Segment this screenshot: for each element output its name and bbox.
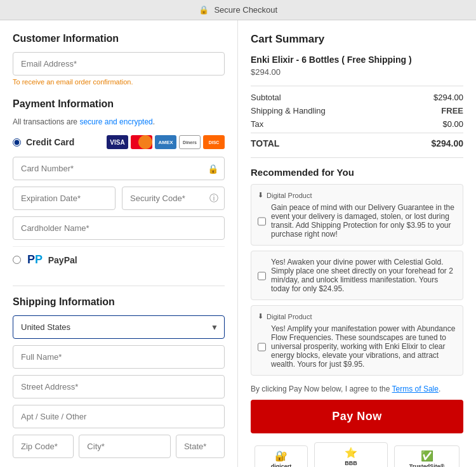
rec-item-2-checkbox[interactable] (258, 259, 266, 293)
right-column: Cart Summary Enki Elixir - 6 Bottles ( F… (238, 20, 476, 467)
rec-item-1-header: ⬇ Digital Product (258, 191, 456, 199)
total-value: $294.00 (431, 138, 463, 148)
cardholder-group (13, 216, 225, 240)
zip-group (13, 435, 74, 458)
shipping-section-title: Shipping Information (13, 296, 225, 308)
terms-link[interactable]: Terms of Sale (392, 385, 439, 393)
fullname-input[interactable] (13, 345, 225, 369)
order-summary: Subtotal $294.00 Shipping & Handling FRE… (251, 86, 463, 148)
fullname-group (13, 345, 225, 369)
amex-icon: AMEX (155, 135, 176, 149)
paypal-radio[interactable] (13, 256, 21, 264)
rec-item-2-body: Yes! Awaken your divine power with Celes… (258, 258, 456, 293)
card-details-row: ⓘ (13, 187, 225, 216)
bbb-badge: ⭐ BBB ACCREDITED BUSINESSClick for Profi… (314, 442, 388, 467)
state-group (176, 435, 225, 458)
shipping-row: Shipping & Handling FREE (251, 106, 463, 115)
apt-input[interactable] (13, 405, 225, 428)
paypal-option: PP PayPal (13, 246, 225, 273)
credit-card-radio-label[interactable]: Credit Card (13, 137, 107, 147)
paypal-label: PayPal (48, 255, 77, 265)
city-group (79, 435, 171, 458)
rec-item-3-type: Digital Product (267, 313, 312, 320)
trust-badges: 🔐 digicert Secure Checkout ⭐ BBB ACCREDI… (251, 442, 463, 467)
total-row: TOTAL $294.00 (251, 133, 463, 148)
terms-period: . (439, 385, 440, 393)
shipping-value: FREE (441, 106, 463, 115)
security-info-icon[interactable]: ⓘ (209, 193, 218, 204)
bbb-icon: ⭐ (321, 447, 381, 459)
card-lock-icon: 🔒 (208, 164, 218, 174)
payment-section: Payment Information All transactions are… (13, 98, 225, 273)
terms-prefix: By clicking Pay Now below, I agree to th… (251, 385, 390, 393)
rec-item-3-text: Yes! Amplify your manifestation power wi… (271, 324, 456, 369)
street-address-group (13, 375, 225, 398)
trustedsite-badge: ✅ TrustedSite® SECURE CHECKOUT (394, 445, 459, 468)
trustedsite-title: TrustedSite® (401, 463, 452, 468)
secure-link[interactable]: secure and encrypted (79, 117, 152, 126)
state-input[interactable] (176, 435, 225, 458)
paypal-logo: PP PayPal (27, 253, 77, 266)
email-group: To receive an email order confirmation. (13, 52, 225, 86)
tax-value: $0.00 (442, 119, 463, 129)
mastercard-icon (131, 135, 152, 149)
product-price: $294.00 (251, 67, 463, 77)
tax-label: Tax (251, 119, 263, 129)
credit-card-radio[interactable] (13, 138, 21, 147)
rec-item-3-header: ⬇ Digital Product (258, 312, 456, 320)
download-icon-3: ⬇ (258, 312, 263, 320)
rec-item-1-checkbox[interactable] (258, 204, 266, 239)
subtotal-row: Subtotal $294.00 (251, 93, 463, 102)
total-label: TOTAL (251, 138, 279, 148)
download-icon-1: ⬇ (258, 191, 263, 199)
top-bar: 🔒 Secure Checkout (0, 0, 476, 20)
rec-item-1: ⬇ Digital Product Gain peace of mind wit… (251, 184, 463, 246)
recommended-title: Recommended for You (251, 157, 463, 178)
card-number-input[interactable] (13, 157, 225, 180)
rec-item-2-text: Yes! Awaken your divine power with Celes… (271, 258, 456, 293)
cardholder-input[interactable] (13, 216, 225, 240)
city-input[interactable] (79, 435, 171, 458)
credit-card-label: Credit Card (26, 137, 74, 147)
zip-input[interactable] (13, 435, 74, 458)
credit-card-option: Credit Card VISA AMEX Diners DISC (13, 135, 225, 149)
street-address-input[interactable] (13, 375, 225, 398)
rec-item-3: ⬇ Digital Product Yes! Amplify your mani… (251, 305, 463, 376)
zip-city-state-row (13, 435, 225, 464)
apt-group (13, 405, 225, 428)
rec-item-3-body: Yes! Amplify your manifestation power wi… (258, 324, 456, 369)
digicert-badge: 🔐 digicert Secure Checkout (255, 445, 307, 468)
shipping-label: Shipping & Handling (251, 106, 326, 115)
shipping-section: Shipping Information United States Canad… (13, 296, 225, 464)
payment-section-title: Payment Information (13, 98, 225, 110)
left-column: Customer Information To receive an email… (0, 20, 238, 467)
rec-item-1-type: Digital Product (267, 192, 312, 199)
digicert-icon: 🔐 (261, 450, 300, 462)
customer-section-title: Customer Information (13, 33, 225, 44)
card-number-group: 🔒 (13, 157, 225, 180)
email-input[interactable] (13, 52, 225, 76)
bbb-title: BBB (321, 460, 381, 466)
rec-item-1-text: Gain peace of mind with our Delivery Gua… (271, 203, 456, 239)
expiration-group (13, 187, 116, 210)
country-group: United States Canada United Kingdom Aust… (13, 315, 225, 339)
cart-title: Cart Summary (251, 33, 463, 46)
pay-now-button[interactable]: Pay Now (251, 400, 463, 433)
diners-icon: Diners (179, 135, 201, 149)
expiration-input[interactable] (13, 187, 116, 210)
header-title: Secure Checkout (214, 5, 277, 15)
country-select[interactable]: United States Canada United Kingdom Aust… (13, 315, 225, 339)
customer-section: Customer Information To receive an email… (13, 33, 225, 86)
rec-item-2: Yes! Awaken your divine power with Celes… (251, 251, 463, 300)
rec-item-1-body: Gain peace of mind with our Delivery Gua… (258, 203, 456, 239)
section-divider (13, 286, 225, 286)
rec-item-3-checkbox[interactable] (258, 326, 266, 369)
tax-row: Tax $0.00 (251, 119, 463, 129)
security-group: ⓘ (122, 187, 225, 210)
subtotal-value: $294.00 (433, 93, 463, 102)
visa-icon: VISA (107, 135, 128, 149)
terms-text: By clicking Pay Now below, I agree to th… (251, 385, 463, 393)
main-container: Customer Information To receive an email… (0, 20, 476, 467)
payment-subtitle: All transactions are secure and encrypte… (13, 117, 225, 126)
lock-icon: 🔒 (199, 5, 209, 15)
